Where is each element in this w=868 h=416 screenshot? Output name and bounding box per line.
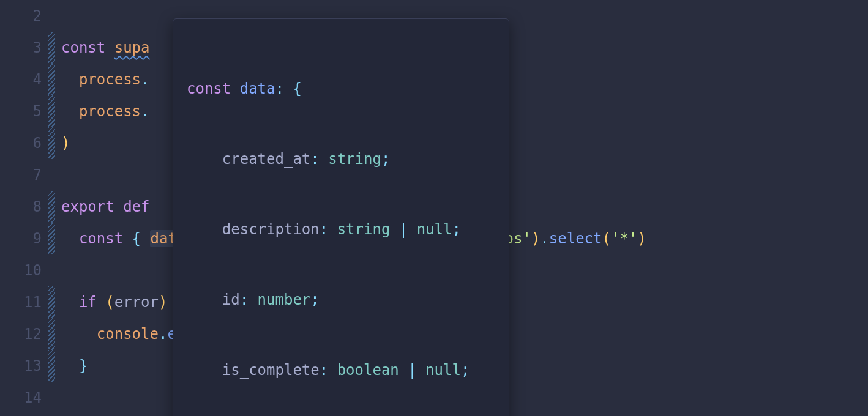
line-number: 14 <box>0 389 48 406</box>
diff-gutter <box>48 159 55 191</box>
hover-brace: { <box>293 80 301 97</box>
token-indent <box>61 325 97 343</box>
token-paren: ) <box>61 135 70 152</box>
hover-indent <box>187 221 222 238</box>
diff-gutter <box>48 254 55 286</box>
line-number: 12 <box>0 325 48 343</box>
token-indent <box>61 71 79 88</box>
hover-space <box>408 221 416 238</box>
token-keyword: def <box>123 198 149 215</box>
hover-prop: description <box>222 221 320 238</box>
hover-type: string <box>337 221 391 238</box>
line-number: 8 <box>0 198 48 215</box>
token-indent <box>61 230 79 247</box>
line-number: 11 <box>0 294 48 311</box>
token-dot: . <box>141 71 149 88</box>
token-string: '*' <box>611 230 637 247</box>
hover-line: created_at: string; <box>187 147 495 171</box>
hover-semi: ; <box>452 221 461 238</box>
hover-space <box>320 150 328 168</box>
hover-semi: ; <box>381 150 390 168</box>
token-keyword: export <box>61 198 114 215</box>
token-method: select <box>549 230 602 247</box>
line-number: 7 <box>0 166 48 184</box>
token-brace: } <box>79 357 88 374</box>
diff-gutter <box>48 95 55 127</box>
hover-type: boolean <box>337 362 399 379</box>
hover-identifier: data <box>240 80 275 97</box>
hover-prop: created_at <box>222 150 311 168</box>
token-identifier: console <box>97 325 159 343</box>
diff-gutter <box>48 64 55 95</box>
type-hover-tooltip[interactable]: const data: { created_at: string; descri… <box>173 18 509 416</box>
token-indent <box>61 103 79 120</box>
hover-indent <box>187 291 222 308</box>
token-indent <box>61 294 79 311</box>
hover-space <box>390 221 398 238</box>
token-identifier: supa <box>114 39 150 56</box>
token-keyword: const <box>79 230 123 247</box>
line-number: 4 <box>0 71 48 88</box>
line-number: 5 <box>0 103 48 120</box>
hover-null: null <box>417 221 452 238</box>
hover-semi: ; <box>461 362 470 379</box>
token-paren: ( <box>105 294 114 311</box>
hover-colon: : <box>310 150 319 168</box>
diff-gutter <box>48 223 55 254</box>
line-number: 9 <box>0 230 48 247</box>
hover-colon: : <box>275 80 284 97</box>
token-space <box>114 198 123 215</box>
hover-space <box>417 362 425 379</box>
token-indent <box>61 357 79 374</box>
hover-space <box>284 80 293 97</box>
hover-null: null <box>425 362 461 379</box>
diff-gutter <box>48 286 55 318</box>
code-editor[interactable]: 2 3 const supa 4 process. 5 process. 6 )… <box>0 0 868 416</box>
diff-gutter <box>48 32 55 64</box>
hover-space <box>231 80 239 97</box>
hover-space <box>399 362 408 379</box>
hover-space <box>249 291 257 308</box>
hover-prop: id <box>222 291 240 308</box>
token-dot: . <box>141 103 149 120</box>
diff-gutter <box>48 382 55 414</box>
hover-colon: : <box>320 362 328 379</box>
hover-type: number <box>258 291 311 308</box>
token-paren: ) <box>637 230 646 247</box>
line-number: 13 <box>0 357 48 374</box>
hover-line: is_complete: boolean | null; <box>187 358 495 382</box>
hover-prop: is_complete <box>222 362 320 379</box>
token-space <box>97 294 105 311</box>
token-space <box>123 230 132 247</box>
line-number: 6 <box>0 135 48 152</box>
diff-gutter <box>48 191 55 223</box>
hover-indent <box>187 362 222 379</box>
line-number: 10 <box>0 262 48 279</box>
hover-semi: ; <box>310 291 319 308</box>
diff-gutter <box>48 350 55 382</box>
token-space <box>105 39 114 56</box>
token-dot: . <box>159 325 167 343</box>
hover-pipe: | <box>408 362 416 379</box>
hover-colon: : <box>320 221 328 238</box>
token-identifier: process <box>79 71 141 88</box>
hover-line: const data: { <box>187 77 495 100</box>
line-number: 3 <box>0 39 48 56</box>
token-paren: ) <box>531 230 540 247</box>
token-identifier: error <box>114 294 159 311</box>
line-number: 2 <box>0 7 48 24</box>
hover-colon: : <box>240 291 249 308</box>
hover-space <box>328 221 337 238</box>
hover-type: string <box>328 150 381 168</box>
diff-gutter <box>48 318 55 350</box>
hover-indent <box>187 150 222 168</box>
hover-space <box>328 362 337 379</box>
hover-line: description: string | null; <box>187 218 495 241</box>
token-keyword: const <box>61 39 105 56</box>
token-paren: ( <box>602 230 611 247</box>
diff-gutter <box>48 0 55 32</box>
token-keyword: if <box>79 294 97 311</box>
token-identifier: process <box>79 103 141 120</box>
hover-line: id: number; <box>187 288 495 311</box>
token-paren: ) <box>159 294 167 311</box>
